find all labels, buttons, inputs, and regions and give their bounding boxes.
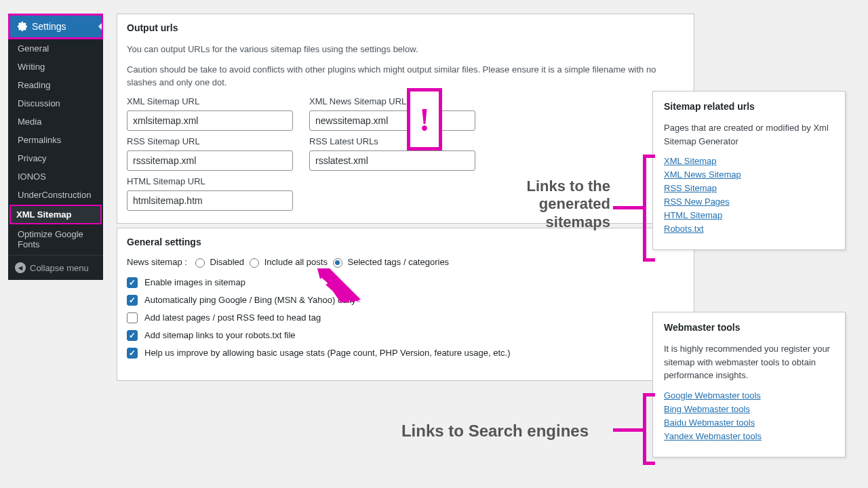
checkbox[interactable] — [127, 348, 138, 359]
rss-latest-input[interactable] — [309, 150, 475, 171]
connector-icon — [613, 428, 646, 432]
general-settings-panel: General settings News sitemap : Disabled… — [117, 228, 694, 381]
related-title: Sitemap related urls — [664, 101, 834, 112]
rss-sitemap-label: RSS Sitemap URL — [127, 136, 293, 146]
rss-sitemap-input[interactable] — [127, 150, 293, 171]
general-settings-title: General settings — [127, 237, 684, 247]
checkbox-row: Help us improve by allowing basic usage … — [127, 348, 684, 359]
checkbox-label: Enable images in sitemap — [144, 277, 245, 287]
sidebar-settings-label: Settings — [32, 21, 66, 32]
checkbox-label: Add sitemap links to your robots.txt fil… — [144, 330, 296, 340]
html-sitemap-label: HTML Sitemap URL — [127, 176, 293, 186]
tools-link-baidu-webmaster-tools[interactable]: Baidu Webmaster tools — [664, 418, 834, 428]
checkbox[interactable] — [127, 330, 138, 341]
checkbox-row: Enable images in sitemap — [127, 277, 684, 288]
sidebar-item-writing[interactable]: Writing — [8, 58, 103, 76]
checkbox-label: Add latest pages / post RSS feed to head… — [144, 312, 321, 323]
sitemap-related-box: Sitemap related urls Pages that are crea… — [652, 91, 846, 250]
radio-include-all-posts[interactable] — [250, 258, 259, 268]
related-link-rss-sitemap[interactable]: RSS Sitemap — [664, 183, 834, 193]
sidebar-item-general[interactable]: General — [8, 39, 103, 58]
output-urls-title: Output urls — [127, 22, 684, 33]
checkbox-label: Help us improve by allowing basic usage … — [144, 348, 511, 358]
annotation-links-sitemaps: Links to the generated sitemaps — [488, 178, 610, 231]
sidebar-item-optimize-google-fonts[interactable]: Optimize Google Fonts — [8, 225, 103, 253]
checkbox[interactable] — [127, 277, 138, 288]
radio-selected-tags-categories[interactable] — [333, 258, 342, 268]
checkbox-row: Add sitemap links to your robots.txt fil… — [127, 330, 684, 341]
tools-desc: It is highly recommended you register yo… — [664, 342, 834, 382]
exclamation-icon: ! — [407, 88, 442, 150]
annotation-links-engines: Links to Search engines — [380, 422, 610, 441]
xml-sitemap-input[interactable] — [127, 110, 293, 131]
collapse-label: Collapse menu — [30, 263, 89, 273]
sidebar-item-xml-sitemap[interactable]: XML Sitemap — [9, 205, 102, 224]
xml-sitemap-label: XML Sitemap URL — [127, 96, 293, 106]
sidebar-item-permalinks[interactable]: Permalinks — [8, 131, 103, 149]
html-sitemap-input[interactable] — [127, 190, 293, 211]
checkbox[interactable] — [127, 312, 138, 323]
xml-news-input[interactable] — [309, 110, 475, 131]
radio-label: Include all posts — [262, 257, 328, 267]
radio-disabled[interactable] — [195, 258, 205, 268]
arrow-icon — [317, 268, 361, 302]
related-link-rss-new-pages[interactable]: RSS New Pages — [664, 197, 834, 207]
related-desc: Pages that are created or modified by Xm… — [664, 121, 834, 148]
sidebar-settings-header[interactable]: Settings — [8, 14, 103, 39]
news-sitemap-row: News sitemap : Disabled Include all post… — [127, 257, 684, 268]
related-link-xml-sitemap[interactable]: XML Sitemap — [664, 156, 834, 166]
radio-label: Disabled — [208, 257, 244, 267]
output-desc-1: You can output URLs for the various site… — [127, 43, 684, 56]
radio-label: Selected tags / categories — [345, 257, 449, 267]
tools-title: Webmaster tools — [664, 322, 834, 333]
news-sitemap-label: News sitemap : — [127, 257, 187, 267]
gear-icon — [17, 21, 28, 32]
checkbox-row: Automatically ping Google / Bing (MSN & … — [127, 295, 684, 306]
sidebar-item-ionos[interactable]: IONOS — [8, 167, 103, 186]
related-link-xml-news-sitemap[interactable]: XML News Sitemap — [664, 169, 834, 180]
checkbox-row: Add latest pages / post RSS feed to head… — [127, 312, 684, 323]
collapse-icon: ◄ — [15, 262, 26, 273]
collapse-menu[interactable]: ◄ Collapse menu — [8, 255, 103, 280]
tools-link-yandex-webmaster-tools[interactable]: Yandex Webmaster tools — [664, 431, 834, 441]
output-desc-2: Caution should be take to avoid conflict… — [127, 63, 684, 89]
sidebar-item-privacy[interactable]: Privacy — [8, 149, 103, 167]
related-link-robots-txt[interactable]: Robots.txt — [664, 224, 834, 234]
rss-latest-label: RSS Latest URLs — [309, 136, 475, 146]
tools-link-google-webmaster-tools[interactable]: Google Webmaster tools — [664, 390, 834, 401]
sidebar-item-underconstruction[interactable]: UnderConstruction — [8, 186, 103, 204]
webmaster-tools-box: Webmaster tools It is highly recommended… — [652, 312, 846, 458]
sidebar-item-reading[interactable]: Reading — [8, 76, 103, 94]
sidebar-item-media[interactable]: Media — [8, 113, 103, 131]
related-link-html-sitemap[interactable]: HTML Sitemap — [664, 210, 834, 220]
tools-link-bing-webmaster-tools[interactable]: Bing Webmaster tools — [664, 404, 834, 414]
sidebar-item-discussion[interactable]: Discussion — [8, 94, 103, 113]
connector-icon — [613, 206, 646, 209]
xml-news-label: XML News Sitemap URL — [309, 96, 475, 106]
settings-sidebar: Settings GeneralWritingReadingDiscussion… — [8, 14, 103, 280]
checkbox[interactable] — [127, 295, 138, 306]
